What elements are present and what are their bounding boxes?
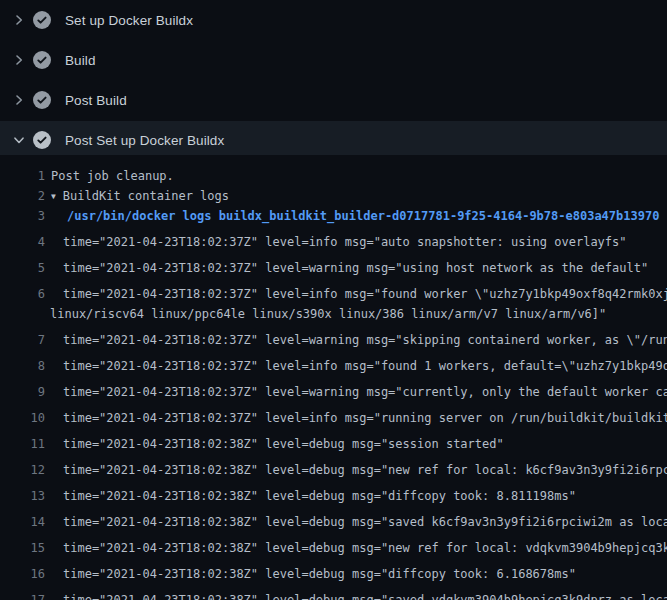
log-line-number[interactable]: 2 bbox=[0, 186, 45, 206]
log-line-text: time="2021-04-23T18:02:38Z" level=debug … bbox=[63, 434, 504, 454]
log-line: 1 Post job cleanup. bbox=[0, 166, 667, 186]
log-line-number[interactable]: 10 bbox=[0, 408, 45, 428]
log-line[interactable]: 2 ▼BuildKit container logs bbox=[0, 186, 667, 206]
log-line-text: time="2021-04-23T18:02:38Z" level=debug … bbox=[63, 590, 667, 600]
log-line-text: time="2021-04-23T18:02:37Z" level=info m… bbox=[63, 284, 667, 304]
log-line-number[interactable]: 11 bbox=[0, 434, 45, 454]
log-line-number[interactable]: 6 bbox=[0, 284, 45, 304]
log-line-text: time="2021-04-23T18:02:38Z" level=debug … bbox=[63, 460, 667, 480]
log-line-number[interactable]: 5 bbox=[0, 258, 45, 278]
log-line-text: time="2021-04-23T18:02:38Z" level=debug … bbox=[63, 564, 576, 584]
log-line: 3 /usr/bin/docker logs buildx_buildkit_b… bbox=[0, 206, 667, 226]
step-row[interactable]: Post Set up Docker Buildx bbox=[0, 120, 667, 160]
step-row[interactable]: Set up Docker Buildx bbox=[0, 0, 667, 40]
log-line-text: time="2021-04-23T18:02:37Z" level=info m… bbox=[63, 408, 667, 428]
step-label: Post Set up Docker Buildx bbox=[65, 133, 224, 148]
log-line: 16 time="2021-04-23T18:02:38Z" level=deb… bbox=[0, 558, 667, 584]
log-line-number[interactable]: 17 bbox=[0, 590, 45, 600]
log-line-number[interactable]: 3 bbox=[0, 206, 45, 226]
log-line: 5 time="2021-04-23T18:02:37Z" level=warn… bbox=[0, 252, 667, 278]
log-line-number[interactable]: 15 bbox=[0, 538, 45, 558]
log-line: 12 time="2021-04-23T18:02:38Z" level=deb… bbox=[0, 454, 667, 480]
log-line-number[interactable]: 8 bbox=[0, 356, 45, 376]
log-line-number[interactable]: 4 bbox=[0, 232, 45, 252]
log-line-number[interactable]: 9 bbox=[0, 382, 45, 402]
log-panel: 1 Post job cleanup. 2 ▼BuildKit containe… bbox=[0, 160, 667, 600]
log-line-number[interactable]: 13 bbox=[0, 486, 45, 506]
group-caret-icon: ▼ bbox=[51, 187, 56, 207]
log-line-number[interactable]: 7 bbox=[0, 330, 45, 350]
step-row[interactable]: Post Build bbox=[0, 80, 667, 120]
log-line-text: time="2021-04-23T18:02:37Z" level=warnin… bbox=[63, 258, 648, 278]
log-line-text: time="2021-04-23T18:02:37Z" level=info m… bbox=[63, 232, 627, 252]
log-line-text: /usr/bin/docker logs buildx_buildkit_bui… bbox=[67, 206, 659, 226]
step-label: Post Build bbox=[65, 93, 127, 108]
log-line: linux/riscv64 linux/ppc64le linux/s390x … bbox=[0, 304, 667, 324]
log-line: 7 time="2021-04-23T18:02:37Z" level=warn… bbox=[0, 324, 667, 350]
check-circle-icon bbox=[33, 131, 51, 149]
log-line-text: time="2021-04-23T18:02:37Z" level=info m… bbox=[63, 356, 667, 376]
log-line-number[interactable]: 12 bbox=[0, 460, 45, 480]
log-line: 6 time="2021-04-23T18:02:37Z" level=info… bbox=[0, 278, 667, 304]
log-line-text: ▼BuildKit container logs bbox=[51, 186, 229, 206]
log-line-text: time="2021-04-23T18:02:38Z" level=debug … bbox=[63, 538, 667, 558]
log-line: 8 time="2021-04-23T18:02:37Z" level=info… bbox=[0, 350, 667, 376]
check-circle-icon bbox=[33, 91, 51, 109]
log-line-text: linux/riscv64 linux/ppc64le linux/s390x … bbox=[50, 304, 606, 324]
log-line-text: time="2021-04-23T18:02:37Z" level=warnin… bbox=[63, 382, 667, 402]
log-line-text: time="2021-04-23T18:02:38Z" level=debug … bbox=[63, 486, 576, 506]
chevron-right-icon bbox=[12, 13, 26, 27]
chevron-right-icon bbox=[12, 93, 26, 107]
step-label: Build bbox=[65, 53, 96, 68]
log-line-text: Post job cleanup. bbox=[51, 166, 174, 186]
log-line: 10 time="2021-04-23T18:02:37Z" level=inf… bbox=[0, 402, 667, 428]
log-line-text: time="2021-04-23T18:02:37Z" level=warnin… bbox=[63, 330, 667, 350]
log-line: 14 time="2021-04-23T18:02:38Z" level=deb… bbox=[0, 506, 667, 532]
actions-log-viewer: { "steps": [ {"label": "Set up Docker Bu… bbox=[0, 0, 667, 600]
log-line-number[interactable]: 16 bbox=[0, 564, 45, 584]
chevron-down-icon bbox=[12, 133, 26, 147]
log-line: 17 time="2021-04-23T18:02:38Z" level=deb… bbox=[0, 584, 667, 600]
log-line-number bbox=[0, 304, 45, 324]
check-circle-icon bbox=[33, 51, 51, 69]
chevron-right-icon bbox=[12, 53, 26, 67]
log-line-number[interactable]: 14 bbox=[0, 512, 45, 532]
steps-list: Set up Docker Buildx Build Post Build bbox=[0, 0, 667, 160]
step-label: Set up Docker Buildx bbox=[65, 13, 193, 28]
log-line: 4 time="2021-04-23T18:02:37Z" level=info… bbox=[0, 226, 667, 252]
log-line: 13 time="2021-04-23T18:02:38Z" level=deb… bbox=[0, 480, 667, 506]
log-line-number[interactable]: 1 bbox=[0, 166, 45, 186]
log-line: 11 time="2021-04-23T18:02:38Z" level=deb… bbox=[0, 428, 667, 454]
log-line-text: time="2021-04-23T18:02:38Z" level=debug … bbox=[63, 512, 667, 532]
step-row[interactable]: Build bbox=[0, 40, 667, 80]
log-line: 15 time="2021-04-23T18:02:38Z" level=deb… bbox=[0, 532, 667, 558]
log-line: 9 time="2021-04-23T18:02:37Z" level=warn… bbox=[0, 376, 667, 402]
check-circle-icon bbox=[33, 11, 51, 29]
